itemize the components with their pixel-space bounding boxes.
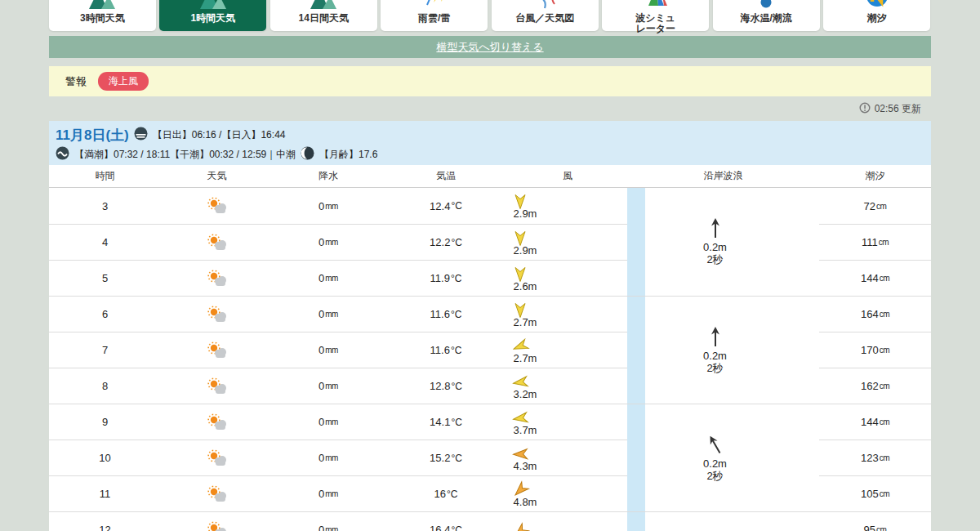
wave-period: 2秒 (706, 253, 723, 266)
tab-14day-weather[interactable]: 14日間天気 (270, 0, 377, 31)
temp-value: 16.4°C (384, 512, 508, 531)
partly-cloudy-icon (161, 404, 273, 440)
weather-nav-tabs: 3時間天気 1時間天気 14日間天気 雨雲/雷 台風／天気図 (49, 0, 931, 31)
partly-cloudy-icon (161, 332, 273, 368)
wind-cell: 4.8m (508, 476, 627, 511)
wind-speed: 2.7m (514, 316, 537, 328)
tab-3hour-weather[interactable]: 3時間天気 (49, 0, 156, 31)
sea-wind-warning-badge[interactable]: 海上風 (98, 72, 149, 91)
mountain-sun-icon (88, 0, 116, 9)
moon-icon (301, 146, 314, 163)
wave-simulator-icon (642, 0, 670, 9)
tide-wave-icon (56, 146, 69, 163)
wind-speed: 2.6m (514, 280, 537, 292)
temp-value: 12.4°C (384, 188, 508, 224)
tab-label: 潮汐 (867, 13, 887, 24)
tab-label: 14日間天気 (299, 13, 349, 24)
tide-icon (863, 0, 891, 9)
tide-value: 95cm (819, 511, 931, 531)
hour-value: 11 (49, 476, 161, 511)
wave-group-2: 0.2m 2秒 (627, 296, 819, 404)
tide-value: 72cm (819, 188, 931, 224)
tab-1hour-weather[interactable]: 1時間天気 (159, 0, 266, 31)
precip-value: 0mm (273, 404, 384, 440)
partly-cloudy-icon (161, 440, 273, 475)
wind-speed: 2.9m (514, 244, 537, 257)
col-header-coastal-waves: 沿岸波浪 (627, 169, 819, 183)
precip-value: 0mm (273, 188, 384, 224)
tide-value: 105cm (819, 475, 931, 511)
temp-value: 12.2°C (384, 225, 508, 260)
precip-value: 0mm (273, 368, 384, 404)
wind-cell: 3.7m (508, 404, 627, 440)
hour-value: 9 (49, 404, 161, 440)
wind-cell: 2.6m (508, 261, 627, 296)
hour-value: 6 (49, 297, 161, 332)
precip-value: 0mm (273, 261, 384, 296)
precip-value: 0mm (273, 476, 384, 511)
precip-value: 0mm (273, 225, 384, 260)
partly-cloudy-icon (161, 476, 273, 511)
wind-speed: 2.9m (514, 207, 537, 220)
sunrise-sunset-text: 【日出】06:16 /【日入】16:44 (153, 128, 286, 142)
wave-group-1: 0.2m 2秒 (627, 188, 819, 296)
update-time-line: 02:56 更新 (859, 102, 921, 116)
col-header-temp: 気温 (384, 169, 508, 183)
tide-value: 144cm (819, 260, 931, 296)
mountain-sun-icon (199, 0, 227, 9)
tab-label: 1時間天気 (190, 13, 235, 24)
wind-speed: 3.7m (514, 424, 537, 436)
wave-height: 0.2m (703, 350, 727, 362)
wave-direction-arrow (704, 432, 726, 457)
wind-cell: 2.7m (508, 332, 627, 368)
tab-label: 雨雲/雷 (418, 13, 450, 24)
hour-value: 3 (49, 188, 161, 224)
wave-direction-arrow (709, 218, 722, 239)
partly-cloudy-icon (161, 225, 273, 260)
tide-value: 164cm (819, 296, 931, 332)
layout-switch-banner: 横型天気へ切り替える (49, 36, 931, 58)
tide-value: 144cm (819, 404, 931, 440)
wind-cell: 2.9m (508, 188, 627, 224)
coastal-wave-column: 0.2m 2秒 0.2m 2秒 0.2m 2秒 (627, 188, 819, 531)
tab-typhoon-weather-map[interactable]: 台風／天気図 (492, 0, 599, 31)
wind-speed: 2.7m (514, 352, 537, 364)
wave-direction-arrow (709, 327, 722, 348)
tab-tide[interactable]: 潮汐 (823, 0, 930, 31)
wind-cell: 3.2m (508, 368, 627, 404)
hour-value: 4 (49, 225, 161, 260)
temp-value: 12.8°C (384, 368, 508, 404)
hour-value: 8 (49, 368, 161, 404)
table-header-row: 時間 天気 降水 気温 風 沿岸波浪 潮汐 (49, 165, 931, 188)
partly-cloudy-icon (161, 261, 273, 296)
tab-rain-radar-lightning[interactable]: 雨雲/雷 (381, 0, 488, 31)
wind-speed: 4.8m (514, 496, 537, 508)
moon-age-text: 【月齢】17.6 (319, 148, 377, 162)
tide-times-text: 【満潮】07:32 / 18:11【干潮】00:32 / 12:59｜中潮 (74, 148, 296, 162)
hour-value: 10 (49, 440, 161, 475)
wave-height: 0.2m (703, 457, 727, 470)
col-header-precip: 降水 (273, 169, 384, 183)
tab-sea-temp-current[interactable]: 海水温/潮流 (713, 0, 820, 31)
sunset-icon (134, 127, 148, 144)
col-header-tide: 潮汐 (819, 169, 931, 183)
temp-value: 14.1°C (384, 404, 508, 440)
warning-bar: 警報 海上風 (49, 66, 931, 96)
switch-to-horizontal-weather-link[interactable]: 横型天気へ切り替える (436, 40, 543, 55)
hour-value: 5 (49, 261, 161, 296)
tab-wave-simulator[interactable]: 波シミュ レーター (602, 0, 709, 31)
precip-value: 0mm (273, 512, 384, 531)
temp-value: 15.2°C (384, 440, 508, 475)
date-header: 11月8日(土) 【日出】06:16 /【日入】16:44 【満潮】07:32 … (49, 121, 931, 165)
update-time-text: 02:56 更新 (875, 102, 921, 116)
temp-value: 11.9°C (384, 261, 508, 296)
col-header-wind: 風 (508, 169, 627, 183)
wind-cell (508, 512, 627, 531)
wind-direction-arrow (509, 520, 532, 531)
rain-cloud-lightning-icon (421, 0, 448, 9)
wind-cell: 4.3m (508, 440, 627, 475)
wave-period: 2秒 (706, 470, 723, 482)
col-header-weather: 天気 (161, 169, 273, 183)
precip-value: 0mm (273, 297, 384, 332)
tab-label: 台風／天気図 (515, 13, 574, 24)
